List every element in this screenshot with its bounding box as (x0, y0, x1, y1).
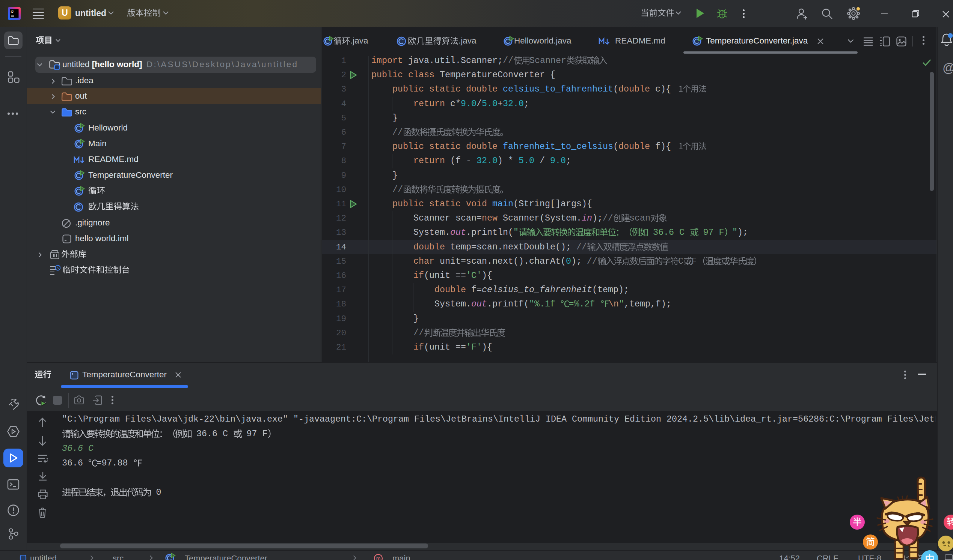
svg-text:m: m (376, 555, 381, 560)
svg-text:IJ: IJ (11, 10, 14, 14)
